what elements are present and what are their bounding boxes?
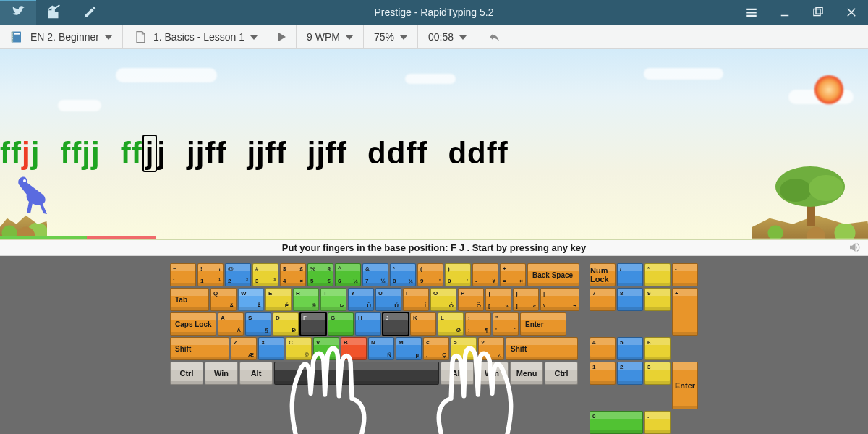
key[interactable]: Caps Lock: [170, 312, 216, 336]
key[interactable]: $£4¤: [280, 263, 306, 286]
key[interactable]: :;¶: [465, 312, 491, 336]
key[interactable]: NÑ: [368, 337, 394, 360]
key[interactable]: @2²: [225, 263, 251, 286]
svg-rect-0: [746, 9, 757, 10]
key[interactable]: Shift: [506, 337, 578, 360]
key[interactable]: K: [410, 312, 436, 336]
key[interactable]: H: [355, 312, 381, 336]
key[interactable]: S§: [245, 312, 271, 336]
key[interactable]: *: [644, 263, 671, 286]
time-selector[interactable]: 00:58: [418, 25, 477, 48]
key[interactable]: (9': [417, 263, 443, 286]
key[interactable]: C©: [286, 337, 312, 360]
course-selector[interactable]: EN 2. Beginner: [0, 25, 123, 48]
key[interactable]: Menu: [510, 362, 543, 385]
key[interactable]: 0: [590, 411, 643, 434]
key[interactable]: ZÆ: [231, 337, 257, 360]
key[interactable]: LØ: [438, 312, 464, 336]
chart-icon: [46, 4, 62, 20]
key[interactable]: 5: [617, 337, 643, 360]
key[interactable]: _-¥: [472, 263, 498, 286]
key[interactable]: &7½: [362, 263, 388, 286]
accuracy-selector[interactable]: 75%: [364, 25, 418, 48]
tab-editor[interactable]: [72, 0, 109, 25]
key[interactable]: PÖ: [458, 288, 484, 311]
key[interactable]: TÞ: [320, 288, 346, 311]
key[interactable]: /: [617, 263, 643, 286]
key[interactable]: Num Lock: [590, 263, 616, 286]
key[interactable]: |\¬: [540, 288, 579, 311]
typing-line[interactable]: ffjjffjjffjjjjffjjffjjffddffddff: [0, 136, 868, 172]
key[interactable]: Mµ: [396, 337, 422, 360]
key[interactable]: #3³: [252, 263, 278, 286]
menu-button[interactable]: [735, 0, 768, 25]
key[interactable]: UÚ: [375, 288, 401, 311]
sound-button[interactable]: [848, 241, 861, 254]
key[interactable]: Ctrl: [170, 362, 203, 385]
key[interactable]: 3: [644, 362, 671, 385]
key[interactable]: Win: [205, 362, 238, 385]
wpm-selector[interactable]: 9 WPM: [297, 25, 364, 48]
key[interactable]: ?/¿: [478, 337, 504, 360]
key[interactable]: %§5€: [307, 263, 333, 286]
key[interactable]: ^6¼: [335, 263, 361, 286]
key[interactable]: -: [672, 263, 698, 286]
key[interactable]: AÁ: [218, 312, 244, 336]
key[interactable]: DÐ: [273, 312, 299, 336]
key[interactable]: G: [328, 312, 354, 336]
key[interactable]: 7: [590, 288, 616, 311]
key[interactable]: !¡1¹: [197, 263, 224, 286]
key[interactable]: Win: [475, 362, 509, 385]
key[interactable]: 1: [590, 362, 616, 385]
key[interactable]: *8¾: [390, 263, 416, 286]
key[interactable]: Enter: [520, 312, 566, 336]
key[interactable]: >.: [451, 337, 477, 360]
key[interactable]: YÜ: [348, 288, 374, 311]
key[interactable]: )0': [445, 263, 471, 286]
key[interactable]: "'´: [493, 312, 519, 336]
tab-tutor[interactable]: [0, 0, 36, 25]
tab-stats[interactable]: [36, 0, 72, 25]
key[interactable]: OÓ: [430, 288, 456, 311]
key[interactable]: {[«: [485, 288, 511, 311]
key[interactable]: Enter: [672, 362, 698, 409]
svg-rect-9: [14, 33, 20, 35]
key[interactable]: Alt: [239, 362, 273, 385]
key[interactable]: V: [313, 337, 339, 360]
key[interactable]: .: [644, 411, 671, 434]
close-button[interactable]: [835, 0, 868, 25]
key[interactable]: WÅ: [238, 288, 264, 311]
speaker-icon: [848, 241, 861, 254]
key[interactable]: B: [341, 337, 367, 360]
key[interactable]: <,Ç: [423, 337, 449, 360]
key[interactable]: +: [672, 288, 698, 336]
key[interactable]: 2: [617, 362, 643, 385]
key[interactable]: R®: [293, 288, 319, 311]
key[interactable]: +=×: [500, 263, 526, 286]
key[interactable]: }]»: [513, 288, 539, 311]
key[interactable]: Shift: [170, 337, 229, 360]
key[interactable]: 6: [644, 337, 671, 360]
tree: [767, 158, 854, 230]
key[interactable]: J: [383, 312, 409, 336]
maximize-button[interactable]: [801, 0, 835, 25]
key[interactable]: QÄ: [210, 288, 237, 311]
key[interactable]: 9: [644, 288, 671, 311]
key[interactable]: Ctrl: [545, 362, 578, 385]
bird-icon: [10, 4, 26, 20]
key[interactable]: [274, 362, 439, 385]
key[interactable]: F: [300, 312, 326, 336]
key[interactable]: Tab: [170, 288, 209, 311]
key[interactable]: IÍ: [403, 288, 429, 311]
key[interactable]: Alt: [441, 362, 474, 385]
lesson-selector[interactable]: 1. Basics - Lesson 1: [123, 25, 268, 48]
minimize-button[interactable]: [768, 0, 801, 25]
play-button[interactable]: [268, 25, 297, 48]
key[interactable]: 8: [617, 288, 643, 311]
key[interactable]: 4: [590, 337, 616, 360]
key[interactable]: Back Space: [527, 263, 579, 286]
key[interactable]: ~`: [170, 263, 196, 286]
key[interactable]: EÉ: [265, 288, 292, 311]
undo-button[interactable]: [477, 25, 512, 48]
key[interactable]: X: [258, 337, 284, 360]
